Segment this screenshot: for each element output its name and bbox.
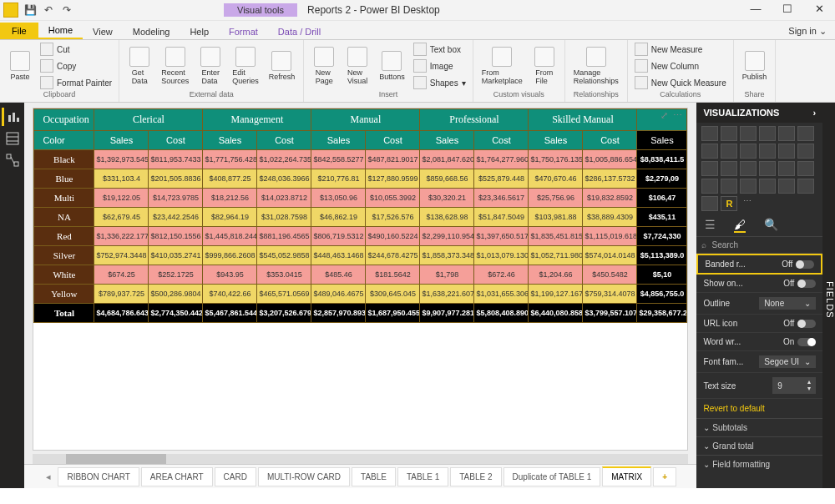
- viz-type-icon[interactable]: [778, 161, 795, 176]
- property-search[interactable]: ⌕Search: [696, 237, 822, 254]
- prop-word-wrap[interactable]: Word wr... On: [696, 333, 822, 351]
- font-family-select[interactable]: Segoe UI⌄: [759, 355, 816, 368]
- prop-url-icon[interactable]: URL icon Off: [696, 315, 822, 333]
- prop-font-family[interactable]: Font fam... Segoe UI⌄: [696, 351, 822, 373]
- prop-banded-row[interactable]: Banded r... Off: [696, 254, 822, 275]
- viz-type-icon[interactable]: [797, 179, 814, 194]
- page-tab[interactable]: TABLE: [352, 467, 396, 486]
- prop-outline[interactable]: Outline None⌄: [696, 293, 822, 315]
- data-view-icon[interactable]: [3, 129, 22, 148]
- text-size-stepper[interactable]: 9▴▾: [772, 377, 816, 394]
- page-tab[interactable]: RIBBON CHART: [58, 467, 139, 486]
- add-page-button[interactable]: +: [653, 467, 676, 486]
- page-tab[interactable]: Duplicate of TABLE 1: [504, 467, 601, 486]
- recent-sources-button[interactable]: Recent Sources: [158, 45, 192, 87]
- cut-button[interactable]: Cut: [38, 42, 114, 57]
- viz-type-icon[interactable]: [740, 126, 757, 141]
- manage-relationships-button[interactable]: Manage Relationships: [570, 45, 622, 87]
- section-field-formatting[interactable]: ⌄ Field formatting: [696, 455, 822, 473]
- viz-type-icon[interactable]: [740, 179, 757, 194]
- viz-type-icon[interactable]: [797, 126, 814, 141]
- viz-type-icon[interactable]: [721, 161, 737, 176]
- revert-to-default-link[interactable]: Revert to default: [696, 399, 822, 418]
- viz-type-icon[interactable]: [701, 161, 718, 176]
- toggle-word-wrap[interactable]: On: [783, 337, 816, 346]
- new-page-button[interactable]: New Page: [309, 45, 339, 87]
- new-column-button[interactable]: New Column: [633, 58, 728, 73]
- viz-type-icon[interactable]: ⋯: [740, 196, 755, 209]
- viz-type-icon[interactable]: [721, 179, 737, 194]
- viz-type-icon[interactable]: [740, 161, 757, 176]
- tab-modeling[interactable]: Modeling: [123, 24, 180, 39]
- viz-type-icon[interactable]: [778, 126, 795, 141]
- fields-pane-collapsed[interactable]: FIELDS: [822, 103, 835, 488]
- tab-home[interactable]: Home: [38, 23, 83, 39]
- close-button[interactable]: ✕: [803, 0, 835, 20]
- tab-data-drill[interactable]: Data / Drill: [268, 24, 331, 39]
- viz-type-icon[interactable]: [759, 126, 776, 141]
- viz-type-icon[interactable]: [759, 161, 776, 176]
- minimize-button[interactable]: —: [740, 0, 772, 20]
- toggle-banded[interactable]: Off: [782, 260, 814, 269]
- maximize-button[interactable]: ☐: [772, 0, 803, 20]
- undo-icon[interactable]: ↶: [42, 3, 55, 17]
- viz-type-icon[interactable]: [778, 179, 795, 194]
- page-tab[interactable]: MULTI-ROW CARD: [258, 467, 350, 486]
- redo-icon[interactable]: ↷: [60, 3, 73, 17]
- outline-select[interactable]: None⌄: [759, 297, 816, 310]
- get-data-button[interactable]: Get Data: [124, 45, 154, 87]
- page-tab[interactable]: TABLE 2: [450, 467, 501, 486]
- sign-in-link[interactable]: Sign in ⌄: [780, 23, 835, 39]
- tab-view[interactable]: View: [83, 24, 123, 39]
- tab-format[interactable]: Format: [219, 24, 268, 39]
- new-visual-button[interactable]: New Visual: [342, 45, 372, 87]
- page-tab[interactable]: MATRIX: [602, 466, 651, 486]
- report-view-icon[interactable]: [2, 108, 23, 126]
- format-icon[interactable]: 🖌: [734, 218, 746, 233]
- viz-type-icon[interactable]: [701, 179, 718, 194]
- more-options-icon[interactable]: ⋯: [673, 110, 682, 121]
- model-view-icon[interactable]: [3, 151, 22, 169]
- text-box-button[interactable]: Text box: [412, 42, 468, 57]
- refresh-button[interactable]: Refresh: [266, 49, 299, 83]
- section-subtotals[interactable]: ⌄ Subtotals: [696, 418, 822, 436]
- viz-type-icon[interactable]: [759, 144, 776, 159]
- prev-page-icon[interactable]: ◂: [41, 471, 56, 482]
- horizontal-scrollbar[interactable]: [33, 454, 688, 464]
- viz-type-icon[interactable]: [740, 144, 757, 159]
- viz-type-icon[interactable]: [759, 179, 776, 194]
- toggle-show-on[interactable]: Off: [783, 279, 816, 288]
- from-file-button[interactable]: From File: [529, 45, 559, 87]
- toggle-url-icon[interactable]: Off: [783, 319, 816, 328]
- viz-type-icon[interactable]: [721, 144, 737, 159]
- shapes-button[interactable]: Shapes ▾: [412, 75, 468, 90]
- image-button[interactable]: Image: [412, 58, 468, 73]
- visualizations-header[interactable]: VISUALIZATIONS›: [696, 103, 822, 123]
- paste-button[interactable]: Paste: [5, 49, 35, 83]
- copy-button[interactable]: Copy: [38, 58, 114, 73]
- buttons-button[interactable]: Buttons: [376, 49, 408, 83]
- viz-type-icon[interactable]: [797, 161, 814, 176]
- page-tab[interactable]: AREA CHART: [141, 467, 213, 486]
- viz-type-icon[interactable]: [701, 144, 718, 159]
- prop-text-size[interactable]: Text size 9▴▾: [696, 373, 822, 399]
- prop-show-on[interactable]: Show on... Off: [696, 275, 822, 293]
- analytics-icon[interactable]: 🔍: [764, 218, 778, 233]
- tab-help[interactable]: Help: [180, 24, 219, 39]
- fields-well-icon[interactable]: ☰: [705, 218, 716, 233]
- focus-mode-icon[interactable]: ⤢: [660, 110, 668, 121]
- publish-button[interactable]: Publish: [739, 49, 771, 83]
- page-tab[interactable]: TABLE 1: [397, 467, 448, 486]
- save-icon[interactable]: 💾: [23, 3, 37, 17]
- new-quick-measure-button[interactable]: New Quick Measure: [633, 75, 728, 90]
- viz-type-icon[interactable]: [797, 144, 814, 159]
- new-measure-button[interactable]: New Measure: [633, 42, 728, 57]
- tab-file[interactable]: File: [0, 23, 38, 39]
- matrix-visual[interactable]: ⤢ ⋯ OccupationClericalManagementManualPr…: [33, 108, 688, 451]
- viz-type-icon[interactable]: [701, 126, 718, 141]
- from-marketplace-button[interactable]: From Marketplace: [478, 45, 526, 87]
- viz-type-icon[interactable]: [721, 126, 737, 141]
- format-painter-button[interactable]: Format Painter: [38, 75, 114, 90]
- viz-type-icon[interactable]: [701, 196, 718, 211]
- enter-data-button[interactable]: Enter Data: [195, 45, 225, 87]
